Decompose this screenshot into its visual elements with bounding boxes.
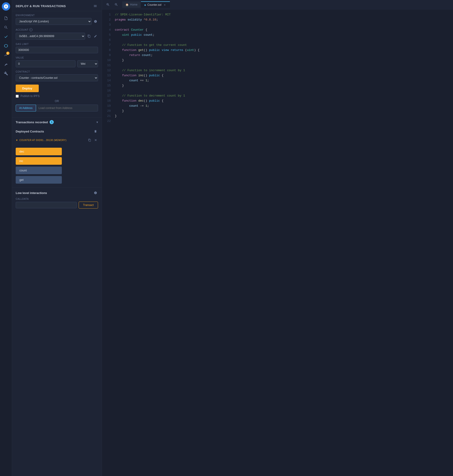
code-line-5: uint public count; [115,33,448,38]
account-group: ACCOUNT + 0x5B3…eddC4 (99.9999999 [16,28,98,40]
publish-ipfs-checkbox[interactable] [16,95,19,98]
code-line-4: contract Counter { [115,28,448,33]
inc-button[interactable]: inc [16,157,62,165]
line-numbers: 1 2 3 4 5 6 7 8 9 10 11 12 13 14 15 16 1… [102,9,114,126]
sidebar-item-files[interactable] [2,14,10,22]
panel-header: DEPLOY & RUN TRANSACTIONS [12,0,102,11]
tx-count-badge: 1 [50,120,54,124]
code-line-6 [115,38,448,43]
panel-title: DEPLOY & RUN TRANSACTIONS [16,4,66,8]
code-line-8: function get() public view returns (uint… [115,48,448,53]
delete-deployed-button[interactable] [93,129,98,134]
sidebar-item-debug[interactable] [2,69,10,77]
low-level-title: Low level interactions [16,191,47,195]
low-level-header: Low level interactions [16,190,98,195]
gas-limit-group: GAS LIMIT [16,43,98,53]
code-line-18: function dec() public { [115,98,448,103]
environment-info-button[interactable] [93,19,98,24]
code-lines: // SPDX-License-Identifier: MIT pragma s… [114,9,453,126]
contract-address: COUNTER AT 0XD91…39138 (MEMORY) [19,139,86,141]
transact-button[interactable]: Transact [79,202,98,208]
code-content: 1 2 3 4 5 6 7 8 9 10 11 12 13 14 15 16 1… [102,9,453,126]
at-address-input[interactable] [36,105,98,111]
deployed-contracts-header: Deployed Contracts [12,126,102,135]
transactions-title: Transactions recorded 1 [16,120,54,124]
home-tab-label: Home [130,3,137,6]
transactions-chevron-icon: ▾ [96,120,98,124]
or-divider: OR [16,100,98,103]
close-counter-tab[interactable]: ✕ [163,3,167,7]
panel-menu-button[interactable] [92,3,98,9]
contract-copy-button[interactable] [87,137,92,143]
value-row: Wei Gwei Finney Ether [16,60,98,67]
account-plus-icon[interactable]: + [29,28,33,31]
count-button[interactable]: count [16,166,62,174]
sidebar-item-search[interactable] [2,23,10,31]
deploy-panel: DEPLOY & RUN TRANSACTIONS ENVIRONMENT Ja… [12,0,102,476]
contract-select[interactable]: Counter - contracts/Counter.sol [16,74,98,81]
account-select[interactable]: 0x5B3…eddC4 (99.9999999 [16,33,85,40]
code-line-7: // Function to get the current count [115,43,448,48]
contract-label: CONTRACT [16,70,98,73]
code-line-12: // Function to increment count by 1 [115,68,448,73]
code-line-13: function inc() public { [115,73,448,78]
at-address-row: At Address [16,105,98,111]
contract-buttons: dec inc count get [12,146,102,186]
code-line-11 [115,63,448,68]
counter-tab-icon: ◈ [144,3,146,7]
environment-group: ENVIRONMENT JavaScript VM (London) JavaS… [16,14,98,25]
zoom-out-button[interactable] [113,1,120,8]
code-line-1: // SPDX-License-Identifier: MIT [115,12,448,17]
value-label: VALUE [16,56,98,59]
sidebar-item-analytics[interactable]: 2 [2,51,10,59]
at-address-button[interactable]: At Address [16,105,36,111]
tab-bar: 🏠 Home ◈ Counter.sol ✕ [122,1,170,8]
account-edit-button[interactable] [93,34,98,39]
counter-tab-label: Counter.sol [147,3,162,7]
account-label: ACCOUNT + [16,28,98,31]
sidebar-item-compile[interactable] [2,33,10,41]
icon-sidebar: 2 [0,0,12,476]
contract-instance: ▼ COUNTER AT 0XD91…39138 (MEMORY) ✕ [12,135,102,146]
editor-toolbar: 🏠 Home ◈ Counter.sol ✕ [102,0,453,9]
contract-remove-button[interactable]: ✕ [93,137,98,143]
contract-group: CONTRACT Counter - contracts/Counter.sol [16,70,98,81]
value-group: VALUE Wei Gwei Finney Ether [16,56,98,67]
code-line-2: pragma solidity ^0.8.10; [115,17,448,22]
zoom-in-button[interactable] [105,1,111,8]
home-tab-icon: 🏠 [126,3,129,6]
gas-limit-input[interactable] [16,47,98,53]
gas-limit-label: GAS LIMIT [16,43,98,45]
tab-counter-sol[interactable]: ◈ Counter.sol ✕ [141,1,170,8]
deploy-button[interactable]: Deploy [16,84,39,92]
code-line-19: count -= 1; [115,103,448,109]
contract-actions: ✕ [87,137,98,143]
publish-ipfs-label: Publish to IPFS [21,95,40,98]
editor-area: 🏠 Home ◈ Counter.sol ✕ 1 2 3 4 5 6 7 8 9 [102,0,453,476]
analytics-badge: 2 [6,52,9,55]
sidebar-item-deploy[interactable] [2,42,10,50]
code-line-21: } [115,114,448,119]
calldata-label: CALLDATA [16,198,98,200]
code-line-14: count += 1; [115,78,448,83]
code-editor[interactable]: 1 2 3 4 5 6 7 8 9 10 11 12 13 14 15 16 1… [102,9,453,476]
sidebar-item-plugins[interactable] [2,60,10,68]
contract-expand-icon[interactable]: ▼ [16,139,18,141]
app-logo[interactable] [2,2,10,11]
code-line-10: } [115,58,448,63]
low-level-info-button[interactable] [93,190,98,195]
account-row: 0x5B3…eddC4 (99.9999999 [16,33,98,40]
account-copy-button[interactable] [86,34,92,39]
get-button[interactable]: get [16,176,62,184]
transactions-header[interactable]: Transactions recorded 1 ▾ [12,117,102,126]
tab-home[interactable]: 🏠 Home [122,1,141,8]
calldata-input[interactable] [16,202,77,208]
code-line-20: } [115,109,448,114]
dec-button[interactable]: dec [16,148,62,155]
environment-select[interactable]: JavaScript VM (London) JavaScript VM (Be… [16,18,92,25]
code-line-15: } [115,83,448,88]
publish-row: Publish to IPFS [16,95,98,98]
deployed-contracts-title: Deployed Contracts [16,130,44,133]
value-input[interactable] [16,60,75,67]
value-unit-select[interactable]: Wei Gwei Finney Ether [77,60,98,67]
